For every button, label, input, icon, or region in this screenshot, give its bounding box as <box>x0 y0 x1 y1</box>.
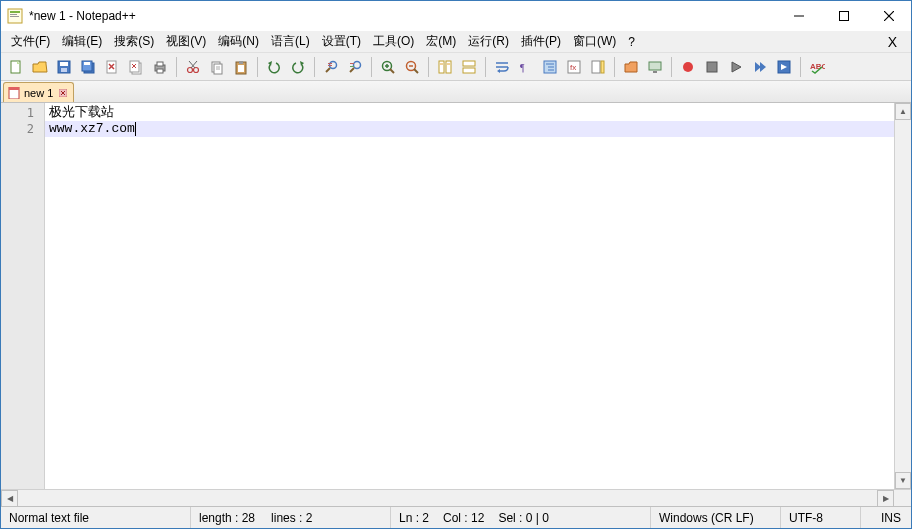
wrap-icon[interactable] <box>491 56 513 78</box>
play-multi-icon[interactable] <box>749 56 771 78</box>
redo-icon[interactable] <box>287 56 309 78</box>
svg-rect-10 <box>60 62 68 66</box>
status-position: Ln : 2 Col : 12 Sel : 0 | 0 <box>391 507 651 528</box>
menu-item[interactable]: 插件(P) <box>515 31 567 52</box>
svg-point-40 <box>354 61 361 68</box>
tab-new-1[interactable]: new 1 <box>3 82 74 102</box>
svg-rect-24 <box>157 69 163 73</box>
menu-item[interactable]: 设置(T) <box>316 31 367 52</box>
scroll-up-icon[interactable]: ▲ <box>895 103 911 120</box>
svg-rect-66 <box>592 61 600 73</box>
record-icon[interactable] <box>677 56 699 78</box>
doc-map-icon[interactable] <box>587 56 609 78</box>
tab-label: new 1 <box>24 87 53 99</box>
status-sel: Sel : 0 | 0 <box>498 511 548 525</box>
text-editor[interactable]: 极光下载站www.xz7.com <box>45 103 894 489</box>
find-icon[interactable] <box>320 56 342 78</box>
svg-rect-75 <box>9 87 19 90</box>
print-icon[interactable] <box>149 56 171 78</box>
svg-line-39 <box>326 68 330 72</box>
play-icon[interactable] <box>725 56 747 78</box>
status-ln: Ln : 2 <box>399 511 429 525</box>
new-icon[interactable] <box>5 56 27 78</box>
lang-icon[interactable]: fx <box>563 56 585 78</box>
toolbar-separator <box>428 57 429 77</box>
replace-icon[interactable] <box>344 56 366 78</box>
scroll-track-h[interactable] <box>18 490 877 506</box>
maximize-button[interactable] <box>821 1 866 31</box>
svg-text:¶: ¶ <box>520 62 525 73</box>
line-number: 1 <box>1 105 44 121</box>
menu-item[interactable]: ? <box>622 33 641 51</box>
svg-rect-67 <box>601 61 604 73</box>
status-mode: INS <box>861 507 911 528</box>
close-all-icon[interactable] <box>125 56 147 78</box>
title-bar: *new 1 - Notepad++ <box>1 1 911 31</box>
menu-item[interactable]: 运行(R) <box>462 31 515 52</box>
svg-point-25 <box>188 67 193 72</box>
tab-close-icon[interactable] <box>57 87 69 99</box>
open-icon[interactable] <box>29 56 51 78</box>
indent-icon[interactable] <box>539 56 561 78</box>
save-macro-icon[interactable] <box>773 56 795 78</box>
monitor-icon[interactable] <box>644 56 666 78</box>
toolbar-separator <box>176 57 177 77</box>
svg-line-50 <box>414 69 418 73</box>
cut-icon[interactable] <box>182 56 204 78</box>
menu-item[interactable]: 宏(M) <box>420 31 462 52</box>
menu-item[interactable]: 编码(N) <box>212 31 265 52</box>
svg-rect-1 <box>10 11 20 13</box>
zoom-in-icon[interactable] <box>377 56 399 78</box>
svg-rect-37 <box>328 63 332 64</box>
scroll-right-icon[interactable]: ▶ <box>877 490 894 507</box>
vertical-scrollbar[interactable]: ▲ ▼ <box>894 103 911 489</box>
app-icon <box>7 8 23 24</box>
menu-item[interactable]: 语言(L) <box>265 31 316 52</box>
zoom-out-icon[interactable] <box>401 56 423 78</box>
close-button[interactable] <box>866 1 911 31</box>
copy-icon[interactable] <box>206 56 228 78</box>
line-number: 2 <box>1 121 44 137</box>
sync-h-icon[interactable] <box>458 56 480 78</box>
editor-line[interactable]: www.xz7.com <box>45 121 894 137</box>
line-number-gutter: 12 <box>1 103 45 489</box>
mdi-close-icon[interactable]: X <box>878 34 907 50</box>
toolbar-separator <box>257 57 258 77</box>
close-icon[interactable] <box>101 56 123 78</box>
minimize-button[interactable] <box>776 1 821 31</box>
scroll-track[interactable] <box>895 120 911 472</box>
menu-item[interactable]: 编辑(E) <box>56 31 108 52</box>
status-lines: lines : 2 <box>271 511 312 525</box>
undo-icon[interactable] <box>263 56 285 78</box>
stop-icon[interactable] <box>701 56 723 78</box>
window-title: *new 1 - Notepad++ <box>29 9 776 23</box>
svg-rect-2 <box>10 14 17 15</box>
scroll-left-icon[interactable]: ◀ <box>1 490 18 507</box>
svg-rect-35 <box>238 65 244 72</box>
editor-line[interactable]: 极光下载站 <box>45 105 894 121</box>
svg-rect-69 <box>653 71 657 73</box>
svg-rect-34 <box>239 61 243 64</box>
tab-bar: new 1 <box>1 81 911 103</box>
spell-icon[interactable]: ABC <box>806 56 828 78</box>
status-file-type: Normal text file <box>1 507 191 528</box>
svg-rect-11 <box>61 68 67 72</box>
paste-icon[interactable] <box>230 56 252 78</box>
menu-item[interactable]: 窗口(W) <box>567 31 622 52</box>
menu-item[interactable]: 搜索(S) <box>108 31 160 52</box>
folder-icon[interactable] <box>620 56 642 78</box>
sync-v-icon[interactable] <box>434 56 456 78</box>
scroll-down-icon[interactable]: ▼ <box>895 472 911 489</box>
svg-rect-51 <box>439 61 444 73</box>
svg-rect-55 <box>463 61 475 66</box>
editor-area: 12 极光下载站www.xz7.com ▲ ▼ <box>1 103 911 489</box>
menu-item[interactable]: 文件(F) <box>5 31 56 52</box>
menu-item[interactable]: 工具(O) <box>367 31 420 52</box>
toolbar-separator <box>371 57 372 77</box>
save-icon[interactable] <box>53 56 75 78</box>
all-chars-icon[interactable]: ¶ <box>515 56 537 78</box>
svg-rect-56 <box>463 68 475 73</box>
horizontal-scrollbar[interactable]: ◀ ▶ <box>1 489 911 506</box>
menu-item[interactable]: 视图(V) <box>160 31 212 52</box>
save-all-icon[interactable] <box>77 56 99 78</box>
